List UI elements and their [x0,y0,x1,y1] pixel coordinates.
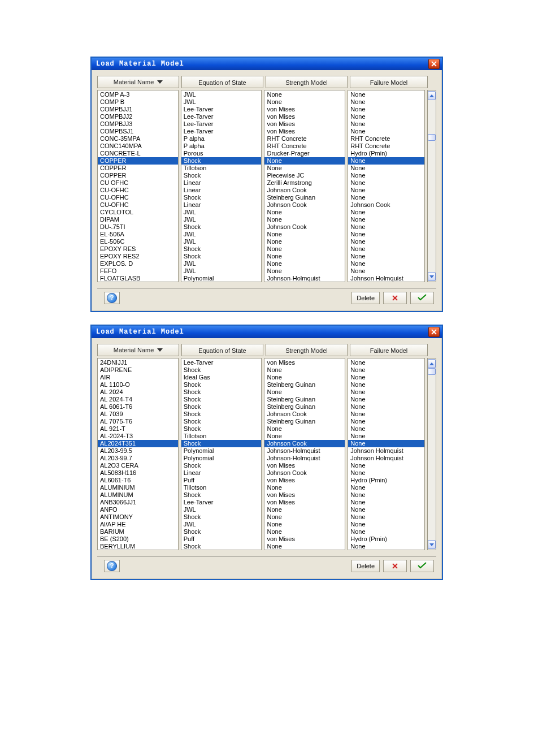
table-cell[interactable]: Lee-Tarver [181,359,262,366]
table-cell[interactable]: Shock [181,528,262,535]
table-cell[interactable]: None [348,172,424,179]
table-cell[interactable]: Steinberg Guinan [264,403,345,411]
table-cell[interactable]: Shock [181,245,262,253]
table-cell[interactable]: None [264,506,345,513]
table-cell[interactable]: None [348,209,424,216]
table-cell[interactable]: Lee-Tarver [181,106,262,113]
table-cell[interactable]: Shock [181,462,262,469]
table-cell[interactable]: None [348,484,424,491]
table-cell[interactable]: JWL [181,267,262,275]
table-cell[interactable]: Polynomial [181,455,262,462]
table-cell[interactable]: Shock [181,223,262,231]
help-button[interactable]: ? [104,292,120,304]
table-cell[interactable]: Johnson Cook [264,440,345,447]
table-cell[interactable]: None [264,521,345,528]
table-cell[interactable]: Johnson Cook [348,201,424,209]
table-cell[interactable]: None [348,216,424,223]
table-cell[interactable]: None [348,388,424,396]
table-cell[interactable]: AL 7075-T6 [98,418,178,425]
table-cell[interactable]: None [264,528,345,535]
table-cell[interactable]: Shock [181,440,262,447]
table-cell[interactable]: Shock [181,388,262,396]
column-listbox[interactable]: NoneNoneNoneNoneNoneNoneNoneNoneNoneNone… [348,358,425,550]
table-cell[interactable]: None [348,366,424,374]
table-cell[interactable]: None [348,260,424,267]
table-cell[interactable]: CU-OFHC [98,201,178,209]
table-cell[interactable]: Puff [181,477,262,484]
table-cell[interactable]: CU-OFHC [98,187,178,194]
table-cell[interactable]: Johnson Holmquist [348,275,424,282]
table-cell[interactable]: None [264,231,345,238]
column-listbox[interactable]: 24DNIJJ1ADIPRENEAIRAL 1100-OAL 2024AL 20… [97,358,179,550]
table-cell[interactable]: Hydro (Pmin) [348,535,424,543]
table-cell[interactable]: BARIUM [98,528,178,535]
column-header[interactable]: Strength Model [266,76,348,88]
table-cell[interactable]: None [264,245,345,253]
table-cell[interactable]: Lee-Tarver [181,499,262,506]
table-cell[interactable]: COMP A-3 [98,91,178,98]
table-cell[interactable]: EL-506C [98,238,178,245]
table-cell[interactable]: None [348,238,424,245]
table-cell[interactable]: 24DNIJJ1 [98,359,178,366]
table-cell[interactable]: JWL [181,521,262,528]
table-cell[interactable]: JWL [181,506,262,513]
vertical-scrollbar[interactable] [427,358,436,550]
table-cell[interactable]: JWL [181,231,262,238]
table-cell[interactable]: ALUMINUM [98,491,178,499]
table-cell[interactable]: None [264,253,345,260]
table-cell[interactable]: None [348,187,424,194]
table-cell[interactable]: Johnson-Holmquist [264,447,345,455]
scroll-track[interactable] [428,100,435,272]
table-cell[interactable]: Johnson Cook [264,201,345,209]
table-cell[interactable]: None [264,267,345,275]
table-cell[interactable]: Linear [181,201,262,209]
table-cell[interactable]: JWL [181,98,262,106]
scroll-thumb[interactable] [428,134,436,141]
table-cell[interactable]: None [348,128,424,135]
table-cell[interactable]: Johnson Holmquist [348,455,424,462]
table-cell[interactable]: None [348,499,424,506]
table-cell[interactable]: COMPBSJ1 [98,128,178,135]
table-cell[interactable]: None [348,521,424,528]
table-cell[interactable]: None [264,374,345,381]
column-listbox[interactable]: JWLJWLLee-TarverLee-TarverLee-TarverLee-… [181,90,262,282]
table-cell[interactable]: CYCLOTOL [98,209,178,216]
table-cell[interactable]: None [348,418,424,425]
ok-button[interactable] [410,560,434,572]
column-header[interactable]: Material Name [97,76,179,88]
table-cell[interactable]: None [264,209,345,216]
table-cell[interactable]: von Mises [264,106,345,113]
table-cell[interactable]: Johnson-Holmquist [264,275,345,282]
table-cell[interactable]: Shock [181,381,262,388]
table-cell[interactable]: None [348,194,424,201]
table-cell[interactable]: None [264,238,345,245]
table-cell[interactable]: JWL [181,216,262,223]
table-cell[interactable]: Lee-Tarver [181,128,262,135]
table-cell[interactable]: Tillotson [181,165,262,172]
table-cell[interactable]: Shock [181,396,262,403]
table-cell[interactable]: Shock [181,172,262,179]
close-button[interactable] [428,59,440,69]
table-cell[interactable]: None [264,260,345,267]
delete-button[interactable]: Delete [351,560,380,572]
table-cell[interactable]: None [348,403,424,411]
table-cell[interactable]: AL6061-T6 [98,477,178,484]
table-cell[interactable]: None [348,253,424,260]
table-cell[interactable]: ANFO [98,506,178,513]
table-cell[interactable]: None [348,396,424,403]
table-cell[interactable]: CU-OFHC [98,194,178,201]
table-cell[interactable]: von Mises [264,120,345,128]
table-cell[interactable]: EXPLOS. D [98,260,178,267]
table-cell[interactable]: None [348,231,424,238]
table-cell[interactable]: None [348,543,424,550]
table-cell[interactable]: None [348,120,424,128]
column-listbox[interactable]: COMP A-3COMP BCOMPBJJ1COMPBJJ2COMPBJJ3CO… [97,90,179,282]
table-cell[interactable]: None [348,528,424,535]
table-cell[interactable]: Shock [181,411,262,418]
table-cell[interactable]: RHT Concrete [264,135,345,142]
table-cell[interactable]: RHT Concrete [348,142,424,150]
table-cell[interactable]: Shock [181,418,262,425]
table-cell[interactable]: None [348,91,424,98]
table-cell[interactable]: AL2024T351 [98,440,178,447]
table-cell[interactable]: von Mises [264,128,345,135]
